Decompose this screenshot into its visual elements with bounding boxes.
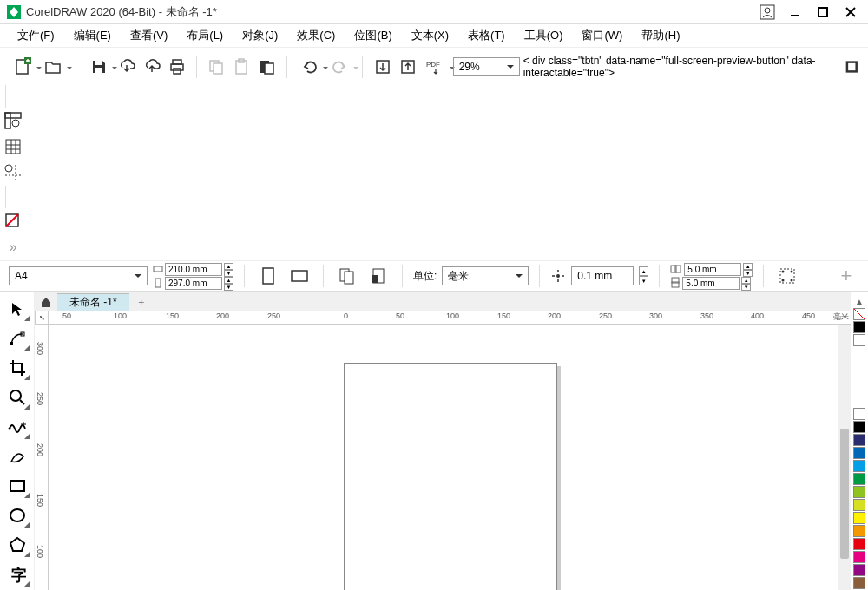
landscape-button[interactable] xyxy=(286,263,312,289)
palette-color[interactable] xyxy=(853,538,865,550)
page-dimensions: 210.0 mm▲▼ 297.0 mm▲▼ xyxy=(153,263,233,290)
redo-button[interactable] xyxy=(326,54,354,80)
minimize-button[interactable] xyxy=(785,3,806,21)
svg-point-55 xyxy=(782,279,785,282)
add-document-tab[interactable]: + xyxy=(133,295,150,311)
palette-color[interactable] xyxy=(853,334,865,346)
artistic-media-tool[interactable] xyxy=(3,442,31,470)
portrait-button[interactable] xyxy=(255,263,281,289)
cloud-user-icon[interactable] xyxy=(757,3,778,21)
nudge-spinner[interactable]: ▲▼ xyxy=(639,266,648,285)
svg-rect-1 xyxy=(760,5,774,19)
menu-view[interactable]: 查看(V) xyxy=(122,25,176,46)
print-button[interactable] xyxy=(166,54,187,80)
cloud-upload-button[interactable] xyxy=(141,54,162,80)
palette-color[interactable] xyxy=(853,577,865,589)
maximize-button[interactable] xyxy=(812,3,833,21)
palette-color[interactable] xyxy=(853,421,865,433)
menu-window[interactable]: 窗口(W) xyxy=(573,25,631,46)
menu-effects[interactable]: 效果(C) xyxy=(288,25,344,46)
close-button[interactable] xyxy=(840,3,861,21)
toolbar-overflow-button[interactable]: » xyxy=(0,234,26,260)
show-guidelines-button[interactable] xyxy=(0,160,26,186)
add-preset-button[interactable]: + xyxy=(833,263,859,289)
palette-color[interactable] xyxy=(853,447,865,459)
rectangle-tool[interactable] xyxy=(3,472,31,500)
page-height-input[interactable]: 297.0 mm xyxy=(165,277,222,290)
svg-rect-27 xyxy=(5,113,10,128)
export-button[interactable] xyxy=(397,54,418,80)
dup-x-input[interactable]: 5.0 mm xyxy=(684,263,741,276)
palette-color[interactable] xyxy=(853,525,865,537)
palette-color[interactable] xyxy=(853,473,865,485)
page-width-input[interactable]: 210.0 mm xyxy=(165,263,222,276)
drawing-canvas[interactable]: S 五 🌙 °, ⌨ 👤 ⠿ xyxy=(49,324,851,590)
paper-size-select[interactable]: A4 xyxy=(9,266,148,285)
palette-color[interactable] xyxy=(853,460,865,472)
publish-pdf-button[interactable]: PDF xyxy=(422,54,450,80)
palette-color[interactable] xyxy=(853,551,865,563)
dup-y-input[interactable]: 5.0 mm xyxy=(682,277,740,290)
treat-as-filled-button[interactable] xyxy=(774,263,800,289)
paste-button[interactable] xyxy=(231,54,253,80)
palette-color[interactable] xyxy=(853,486,865,498)
vertical-scrollbar[interactable] xyxy=(838,324,851,590)
menu-bar: 文件(F) 编辑(E) 查看(V) 布局(L) 对象(J) 效果(C) 位图(B… xyxy=(0,24,868,47)
ruler-origin[interactable]: ⤡ xyxy=(35,311,49,324)
copy-button[interactable] xyxy=(206,54,227,80)
crop-tool[interactable] xyxy=(3,354,31,382)
units-select[interactable]: 毫米 xyxy=(442,266,529,285)
units-label: 单位: xyxy=(413,269,437,284)
menu-text[interactable]: 文本(X) xyxy=(403,25,457,46)
palette-color[interactable] xyxy=(853,321,865,333)
import-button[interactable] xyxy=(372,54,393,80)
show-grid-button[interactable] xyxy=(0,134,26,160)
save-button[interactable] xyxy=(85,54,113,80)
title-bar: CorelDRAW 2020 (64-Bit) - 未命名 -1* xyxy=(0,0,868,24)
svg-rect-46 xyxy=(372,275,378,283)
show-rulers-button[interactable] xyxy=(0,108,26,134)
menu-bitmap[interactable]: 位图(B) xyxy=(345,25,400,46)
standard-toolbar: PDF 29% < div class="tbtn" data-name="fu… xyxy=(0,47,868,85)
undo-button[interactable] xyxy=(295,54,323,80)
palette-color[interactable] xyxy=(853,434,865,446)
cloud-download-button[interactable] xyxy=(115,54,137,80)
menu-object[interactable]: 对象(J) xyxy=(233,25,286,46)
text-tool[interactable]: 字 xyxy=(3,560,31,588)
nudge-input[interactable]: 0.1 mm xyxy=(571,266,634,285)
menu-edit[interactable]: 编辑(E) xyxy=(65,25,120,46)
palette-color[interactable] xyxy=(853,408,865,420)
new-document-button[interactable] xyxy=(9,54,36,80)
menu-tools[interactable]: 工具(O) xyxy=(516,25,572,46)
property-bar: A4 210.0 mm▲▼ 297.0 mm▲▼ 单位: 毫米 0.1 mm ▲… xyxy=(0,260,868,292)
palette-color[interactable] xyxy=(853,564,865,576)
pick-tool[interactable] xyxy=(3,295,31,323)
page-shadow xyxy=(344,363,557,590)
width-spinner[interactable]: ▲▼ xyxy=(224,263,233,276)
freehand-tool[interactable] xyxy=(3,413,31,441)
welcome-tab[interactable] xyxy=(35,293,57,311)
menu-table[interactable]: 表格(T) xyxy=(459,25,514,46)
height-spinner[interactable]: ▲▼ xyxy=(224,277,233,290)
menu-help[interactable]: 帮助(H) xyxy=(633,25,688,46)
open-button[interactable] xyxy=(40,54,68,80)
palette-color[interactable] xyxy=(853,512,865,524)
current-page-button[interactable] xyxy=(365,263,391,289)
vertical-ruler[interactable]: 300 250 200 150 100 50 0 xyxy=(35,324,49,590)
zoom-select[interactable]: 29% xyxy=(453,57,520,76)
horizontal-ruler[interactable]: 50 100 150 200 250 0 50 100 150 200 250 … xyxy=(49,311,851,324)
zoom-tool[interactable] xyxy=(3,384,31,411)
palette-up[interactable]: ▲ xyxy=(855,297,864,306)
palette-no-color[interactable] xyxy=(853,308,865,320)
shape-tool[interactable] xyxy=(3,324,31,352)
menu-layout[interactable]: 布局(L) xyxy=(178,25,232,46)
all-pages-button[interactable] xyxy=(334,263,360,289)
menu-file[interactable]: 文件(F) xyxy=(9,25,63,46)
ellipse-tool[interactable] xyxy=(3,502,31,529)
snap-off-button[interactable] xyxy=(0,208,26,234)
color-palette: ▲ ▼ ◀ xyxy=(851,292,868,590)
clipboard-button[interactable] xyxy=(256,54,278,80)
palette-color[interactable] xyxy=(853,499,865,511)
document-tab[interactable]: 未命名 -1* xyxy=(57,293,129,311)
polygon-tool[interactable] xyxy=(3,531,31,559)
